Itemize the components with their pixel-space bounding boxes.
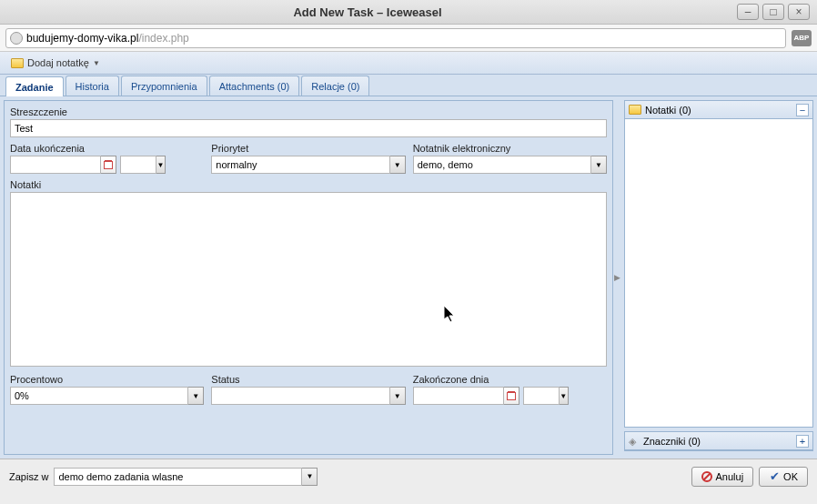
- url-path: /index.php: [138, 32, 188, 45]
- add-note-button[interactable]: Dodaj notatkę ▼: [5, 54, 106, 72]
- calendar-icon: [507, 392, 516, 400]
- main-area: Streszczenie Data ukończenia ▼ Pr: [0, 96, 817, 459]
- due-time-dropdown-button[interactable]: ▼: [156, 156, 166, 174]
- tab-task[interactable]: Zadanie: [5, 76, 64, 96]
- status-select[interactable]: [211, 387, 389, 405]
- tab-history[interactable]: Historia: [66, 76, 119, 96]
- due-date-label: Data ukończenia: [10, 143, 204, 154]
- calendar-icon: [104, 161, 113, 169]
- panel-splitter[interactable]: ▶: [613, 100, 620, 455]
- footer-bar: Zapisz w ▼ Anuluj ✔ OK: [0, 459, 817, 493]
- notes-label: Notatki: [10, 179, 607, 190]
- tab-attachments[interactable]: Attachments (0): [209, 76, 300, 96]
- tags-panel-title: Znaczniki (0): [643, 436, 701, 447]
- folder-icon: [629, 105, 641, 115]
- maximize-button[interactable]: □: [762, 4, 784, 20]
- cancel-label: Anuluj: [716, 471, 744, 482]
- notes-panel-header: Notatki (0) −: [625, 101, 812, 119]
- splitter-grip-icon: ▶: [614, 273, 620, 282]
- percent-label: Procentowo: [10, 374, 204, 385]
- save-in-select[interactable]: [54, 468, 302, 486]
- abp-badge[interactable]: ABP: [792, 30, 812, 46]
- notes-collapse-button[interactable]: −: [796, 104, 809, 116]
- notebook-select[interactable]: [413, 156, 591, 174]
- close-button[interactable]: ×: [788, 4, 810, 20]
- due-date-picker-button[interactable]: [101, 156, 116, 174]
- summary-input[interactable]: [10, 119, 607, 137]
- tags-panel-header: Znaczniki (0) +: [625, 432, 812, 450]
- tab-reminders[interactable]: Przypomnienia: [121, 76, 207, 96]
- priority-dropdown-button[interactable]: ▼: [390, 156, 406, 174]
- due-date-input[interactable]: [10, 156, 101, 174]
- form-panel: Streszczenie Data ukończenia ▼ Pr: [4, 100, 613, 455]
- url-bar: budujemy-domy-vika.pl/index.php ABP: [0, 25, 817, 52]
- ok-label: OK: [783, 471, 798, 482]
- tab-relations[interactable]: Relacje (0): [301, 76, 369, 96]
- add-note-label: Dodaj notatkę: [27, 57, 89, 68]
- percent-dropdown-button[interactable]: ▼: [188, 387, 204, 405]
- status-dropdown-button[interactable]: ▼: [390, 387, 406, 405]
- percent-select[interactable]: [10, 387, 188, 405]
- notebook-label: Notatnik elektroniczny: [413, 143, 607, 154]
- due-time-input[interactable]: [120, 156, 156, 174]
- minimize-button[interactable]: –: [737, 4, 759, 20]
- notes-panel-title: Notatki (0): [645, 105, 691, 116]
- completed-date-picker-button[interactable]: [504, 387, 519, 405]
- cancel-button[interactable]: Anuluj: [691, 467, 754, 487]
- ok-button[interactable]: ✔ OK: [759, 467, 808, 487]
- tab-bar: Zadanie Historia Przypomnienia Attachmen…: [0, 75, 817, 96]
- priority-select[interactable]: [211, 156, 389, 174]
- status-label: Status: [211, 374, 405, 385]
- url-input[interactable]: budujemy-domy-vika.pl/index.php: [5, 28, 786, 48]
- window-title: Add New Task – Iceweasel: [0, 5, 735, 19]
- cancel-icon: [701, 471, 712, 482]
- completed-label: Zakończone dnia: [413, 374, 607, 385]
- completed-date-input[interactable]: [413, 387, 504, 405]
- priority-label: Priorytet: [211, 143, 405, 154]
- side-panel: Notatki (0) − Znaczniki (0) +: [624, 100, 813, 455]
- url-domain: budujemy-domy-vika.pl: [26, 32, 138, 45]
- completed-time-dropdown-button[interactable]: ▼: [560, 387, 569, 405]
- completed-time-input[interactable]: [523, 387, 560, 405]
- chevron-down-icon: ▼: [93, 59, 100, 67]
- folder-icon: [11, 58, 24, 68]
- summary-label: Streszczenie: [10, 106, 607, 117]
- save-in-dropdown-button[interactable]: ▼: [302, 468, 318, 486]
- notebook-dropdown-button[interactable]: ▼: [591, 156, 607, 174]
- globe-icon: [10, 32, 23, 45]
- tags-add-button[interactable]: +: [796, 435, 809, 448]
- notes-panel-body: [625, 119, 812, 427]
- tag-icon: [629, 436, 640, 447]
- save-in-label: Zapisz w: [9, 471, 48, 482]
- checkmark-icon: ✔: [769, 471, 780, 482]
- notes-textarea[interactable]: [10, 192, 607, 367]
- window-titlebar: Add New Task – Iceweasel – □ ×: [0, 0, 817, 25]
- app-toolbar: Dodaj notatkę ▼: [0, 52, 817, 75]
